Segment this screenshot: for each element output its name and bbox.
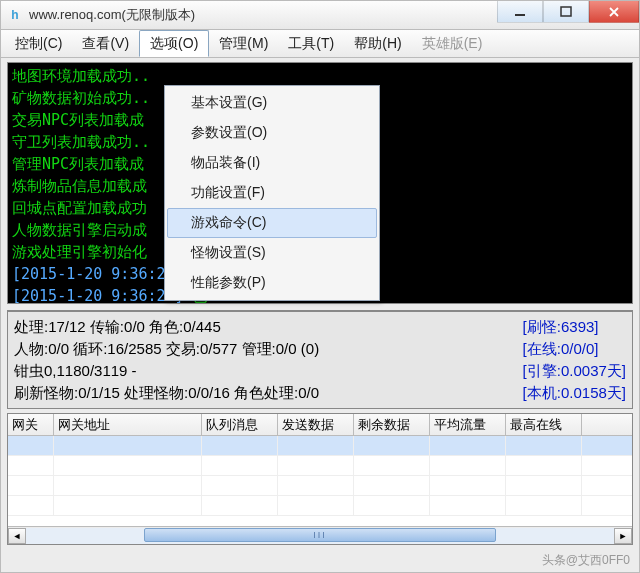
maximize-icon xyxy=(560,6,572,18)
stats-line: 刷新怪物:0/1/15 处理怪物:0/0/16 角色处理:0/0 xyxy=(14,382,523,404)
svg-rect-1 xyxy=(561,7,571,16)
menu-hero[interactable]: 英雄版(E) xyxy=(412,30,493,57)
menu-game-command[interactable]: 游戏命令(C) xyxy=(167,208,377,238)
table-cell xyxy=(278,476,354,495)
maximize-button[interactable] xyxy=(543,1,589,23)
column-header[interactable]: 队列消息 xyxy=(202,414,278,435)
window-frame: 控制(C) 查看(V) 选项(O) 管理(M) 工具(T) 帮助(H) 英雄版(… xyxy=(0,30,640,573)
window-buttons xyxy=(497,1,639,29)
column-header[interactable]: 平均流量 xyxy=(430,414,506,435)
scroll-thumb[interactable]: III xyxy=(144,528,497,542)
close-icon xyxy=(608,6,620,18)
table-cell xyxy=(506,456,582,475)
column-header[interactable]: 网关 xyxy=(8,414,54,435)
table-cell xyxy=(354,456,430,475)
menu-tools[interactable]: 工具(T) xyxy=(278,30,344,57)
menu-view[interactable]: 查看(V) xyxy=(72,30,139,57)
table-row[interactable] xyxy=(8,436,632,456)
table-cell xyxy=(8,476,54,495)
table-cell xyxy=(54,436,202,455)
table-cell xyxy=(430,496,506,515)
table-row[interactable] xyxy=(8,476,632,496)
table-header: 网关网关地址队列消息发送数据剩余数据平均流量最高在线 xyxy=(8,414,632,436)
table-body xyxy=(8,436,632,526)
close-button[interactable] xyxy=(589,1,639,23)
menu-basic-settings[interactable]: 基本设置(G) xyxy=(167,88,377,118)
stats-line: [刷怪:6393] xyxy=(523,316,626,338)
options-dropdown: 基本设置(G) 参数设置(O) 物品装备(I) 功能设置(F) 游戏命令(C) … xyxy=(164,85,380,301)
gateway-table: 网关网关地址队列消息发送数据剩余数据平均流量最高在线 ◄ III ► xyxy=(7,413,633,545)
titlebar: h www.renoq.com(无限制版本) xyxy=(0,0,640,30)
minimize-icon xyxy=(514,6,526,18)
table-cell xyxy=(54,496,202,515)
menu-item-equip[interactable]: 物品装备(I) xyxy=(167,148,377,178)
table-cell xyxy=(278,456,354,475)
stats-left: 处理:17/12 传输:0/0 角色:0/445 人物:0/0 循环:16/25… xyxy=(14,316,523,404)
stats-line: 钳虫0,1180/3119 - xyxy=(14,360,523,382)
menu-help[interactable]: 帮助(H) xyxy=(344,30,411,57)
table-cell xyxy=(202,496,278,515)
column-header[interactable]: 网关地址 xyxy=(54,414,202,435)
menubar: 控制(C) 查看(V) 选项(O) 管理(M) 工具(T) 帮助(H) 英雄版(… xyxy=(1,30,639,58)
svg-rect-0 xyxy=(515,14,525,16)
scroll-track[interactable]: III xyxy=(26,528,614,544)
table-cell xyxy=(8,456,54,475)
menu-monster-settings[interactable]: 怪物设置(S) xyxy=(167,238,377,268)
column-header[interactable]: 剩余数据 xyxy=(354,414,430,435)
table-cell xyxy=(506,496,582,515)
table-cell xyxy=(54,456,202,475)
table-cell xyxy=(202,436,278,455)
table-cell xyxy=(54,476,202,495)
table-cell xyxy=(278,436,354,455)
stats-line: 人物:0/0 循环:16/2585 交易:0/577 管理:0/0 (0) xyxy=(14,338,523,360)
stats-line: [引擎:0.0037天] xyxy=(523,360,626,382)
app-icon: h xyxy=(7,7,23,23)
table-cell xyxy=(430,456,506,475)
window-title: www.renoq.com(无限制版本) xyxy=(29,6,497,24)
table-row[interactable] xyxy=(8,456,632,476)
column-header[interactable]: 发送数据 xyxy=(278,414,354,435)
stats-right: [刷怪:6393] [在线:0/0/0] [引擎:0.0037天] [本机:0.… xyxy=(523,316,626,404)
horizontal-scrollbar[interactable]: ◄ III ► xyxy=(8,526,632,544)
menu-options[interactable]: 选项(O) xyxy=(139,30,209,57)
table-cell xyxy=(8,496,54,515)
table-cell xyxy=(506,436,582,455)
table-cell xyxy=(430,476,506,495)
menu-perf-params[interactable]: 性能参数(P) xyxy=(167,268,377,298)
stats-line: [在线:0/0/0] xyxy=(523,338,626,360)
table-cell xyxy=(354,476,430,495)
scroll-left-button[interactable]: ◄ xyxy=(8,528,26,544)
content-area: 地图环境加载成功.. 矿物数据初始成功.. 交易NPC列表加载成 守卫列表加载成… xyxy=(1,58,639,551)
column-header[interactable]: 最高在线 xyxy=(506,414,582,435)
table-cell xyxy=(202,476,278,495)
menu-control[interactable]: 控制(C) xyxy=(5,30,72,57)
table-cell xyxy=(354,496,430,515)
table-cell xyxy=(8,436,54,455)
stats-line: [本机:0.0158天] xyxy=(523,382,626,404)
menu-feature-settings[interactable]: 功能设置(F) xyxy=(167,178,377,208)
minimize-button[interactable] xyxy=(497,1,543,23)
table-cell xyxy=(202,456,278,475)
table-cell xyxy=(278,496,354,515)
scroll-right-button[interactable]: ► xyxy=(614,528,632,544)
table-cell xyxy=(430,436,506,455)
table-row[interactable] xyxy=(8,496,632,516)
table-cell xyxy=(354,436,430,455)
table-cell xyxy=(506,476,582,495)
stats-line: 处理:17/12 传输:0/0 角色:0/445 xyxy=(14,316,523,338)
stats-panel: 处理:17/12 传输:0/0 角色:0/445 人物:0/0 循环:16/25… xyxy=(7,310,633,409)
menu-manage[interactable]: 管理(M) xyxy=(209,30,278,57)
menu-param-settings[interactable]: 参数设置(O) xyxy=(167,118,377,148)
log-line: 地图环境加载成功.. xyxy=(12,65,628,87)
